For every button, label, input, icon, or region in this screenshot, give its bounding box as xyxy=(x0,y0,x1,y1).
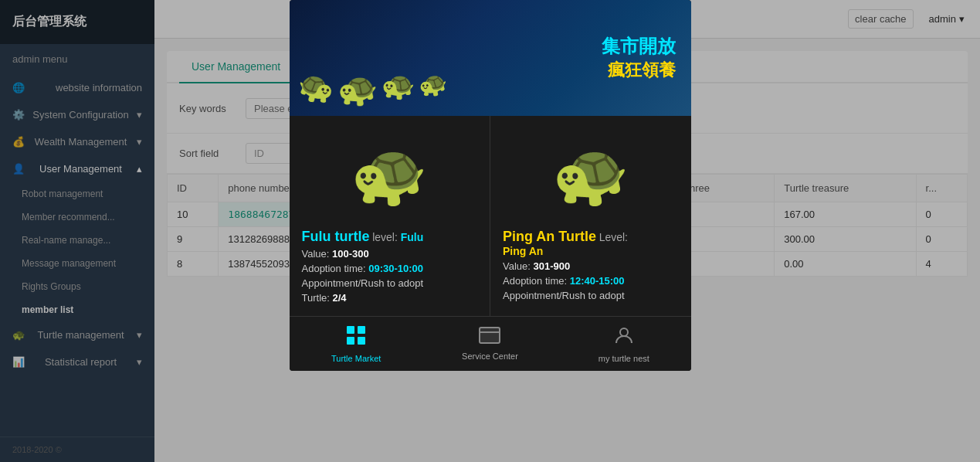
fulu-adoption-type: Appointment/Rush to adopt xyxy=(302,277,478,289)
fulu-turtle-header: Fulu turtle level: Fulu xyxy=(302,229,478,245)
banner-turtles: 🐢 🐢 🐢 🐢 xyxy=(297,70,448,108)
nav-turtle-market[interactable]: Turtle Market xyxy=(290,317,423,371)
pingan-adoption-time: Adoption time: 12:40-15:00 xyxy=(503,275,679,287)
app-container: 后台管理系统 admin menu 🌐 website information … xyxy=(0,0,980,462)
banner-line1: 集市開放 xyxy=(602,34,676,59)
fulu-turtle-image: 🐢 xyxy=(302,128,478,221)
svg-point-6 xyxy=(620,328,628,336)
nav-service-center[interactable]: Service Center xyxy=(423,317,557,371)
turtle-emoji-3: 🐢 xyxy=(379,69,416,110)
nav-my-turtle-nest[interactable]: my turtle nest xyxy=(557,317,690,371)
turtle-card-pingan[interactable]: 🐢 Ping An Turtle Level: Ping An Value: 3… xyxy=(490,116,691,316)
market-label: Turtle Market xyxy=(331,354,381,363)
turtle-cards: 🐢 Fulu turtle level: Fulu Value: 100-300… xyxy=(290,116,691,316)
service-label: Service Center xyxy=(462,352,518,361)
pingan-value: Value: 301-900 xyxy=(503,260,679,272)
fulu-level-label: level: xyxy=(372,231,401,243)
pingan-turtle-header: Ping An Turtle Level: xyxy=(503,229,679,245)
pingan-adoption-type: Appointment/Rush to adopt xyxy=(503,290,679,301)
market-icon xyxy=(345,324,367,351)
turtle-emoji-2: 🐢 xyxy=(337,70,378,108)
pingan-level-label: Level: xyxy=(599,231,628,243)
turtle-emoji-4: 🐢 xyxy=(417,69,449,109)
banner-line2: 瘋狂領養 xyxy=(602,59,676,82)
popup-overlay[interactable]: 🐢 🐢 🐢 🐢 集市開放 瘋狂領養 🐢 F xyxy=(0,0,980,462)
svg-rect-4 xyxy=(480,328,500,343)
fulu-level: Fulu xyxy=(401,231,424,243)
turtle-emoji-1: 🐢 xyxy=(294,67,337,110)
pingan-turtle-name: Ping An Turtle xyxy=(503,229,596,244)
svg-rect-1 xyxy=(358,326,365,334)
fulu-turtle-count: Turtle: 2/4 xyxy=(302,292,478,304)
pingan-level: Ping An xyxy=(503,245,679,257)
turtle-card-fulu[interactable]: 🐢 Fulu turtle level: Fulu Value: 100-300… xyxy=(290,116,491,316)
fulu-turtle-name: Fulu turtle xyxy=(302,229,370,244)
service-icon xyxy=(479,327,500,348)
svg-rect-2 xyxy=(347,337,354,345)
svg-rect-3 xyxy=(358,337,365,345)
fulu-adoption-time: Adoption time: 09:30-10:00 xyxy=(302,263,478,274)
popup-bottom-nav: Turtle Market Service Center xyxy=(290,316,691,371)
popup-banner: 🐢 🐢 🐢 🐢 集市開放 瘋狂領養 xyxy=(290,0,691,116)
popup-window: 🐢 🐢 🐢 🐢 集市開放 瘋狂領養 🐢 F xyxy=(290,0,691,371)
svg-rect-0 xyxy=(347,326,354,334)
pingan-turtle-image: 🐢 xyxy=(503,128,679,221)
banner-text: 集市開放 瘋狂領養 xyxy=(602,34,676,82)
fulu-value: Value: 100-300 xyxy=(302,248,478,260)
nest-icon xyxy=(613,324,635,351)
pingan-turtle-emoji: 🐢 xyxy=(552,138,629,211)
nest-label: my turtle nest xyxy=(599,354,649,363)
fulu-turtle-emoji: 🐢 xyxy=(351,138,428,211)
